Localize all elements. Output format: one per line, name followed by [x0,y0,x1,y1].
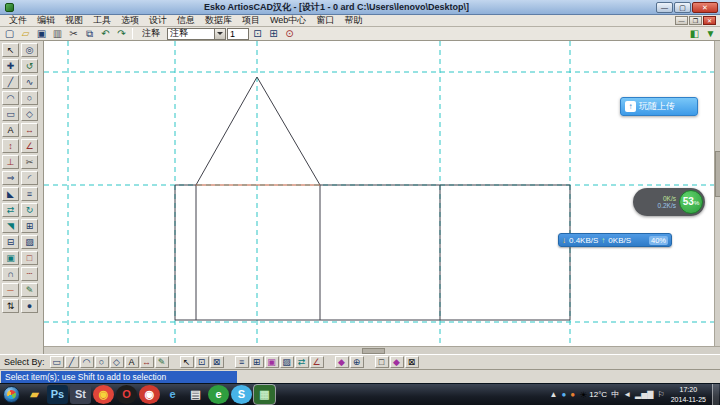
bridge-tool[interactable]: ∩ [2,267,19,281]
maximize-button[interactable]: ▢ [674,2,691,13]
grid-icon[interactable]: ⊞ [266,27,281,40]
print-icon[interactable]: ▥ [50,27,65,40]
menu-item[interactable]: 窗口 [311,14,339,27]
angle-dim-tool[interactable]: ∠ [21,139,38,153]
taskbar-artioscad[interactable]: ▦ [254,385,275,404]
titlebar[interactable]: Esko ArtiosCAD汉化 - [设计1 - 0 ard C:\Users… [0,0,720,15]
select-diamond[interactable]: ◆ [390,356,404,368]
menu-item[interactable]: 选项 [116,14,144,27]
output-icon[interactable]: ▼ [703,27,718,40]
scale-tool[interactable]: ◥ [2,219,19,233]
select-layer[interactable]: ≡ [235,356,249,368]
select-hatch[interactable]: ▨ [280,356,294,368]
rebuild-tool[interactable]: ↺ [21,59,38,73]
offset-tool[interactable]: ≡ [21,187,38,201]
hatch-tool[interactable]: ▨ [21,235,38,249]
line-tool[interactable]: ╱ [2,75,19,89]
measure-tool[interactable]: ⊥ [2,155,19,169]
chevron-down-icon[interactable] [214,29,225,39]
mdi-restore-button[interactable]: ❐ [689,16,702,25]
erase-tool[interactable]: □ [21,251,38,265]
drawing-canvas[interactable] [44,41,714,346]
tray-hidden-icons[interactable]: ▲ [550,391,558,399]
tray-app-orange[interactable]: ● [570,391,575,399]
new-icon[interactable]: ▢ [2,27,17,40]
tray-flag[interactable]: ⚐ [658,391,665,399]
rotate-tool[interactable]: ↻ [21,203,38,217]
select-by-annotation[interactable]: ✎ [155,356,169,368]
taskbar-opera[interactable]: O [116,385,137,404]
zoom-extents-icon[interactable]: ⊡ [250,27,265,40]
select-by-poly[interactable]: ◇ [110,356,124,368]
save-icon[interactable]: ▣ [34,27,49,40]
clock[interactable]: 17:20 2014-11-25 [669,385,708,404]
start-button[interactable] [0,384,22,405]
tray-network[interactable]: ▂▅▇ [635,391,653,399]
extend-tool[interactable]: ⇒ [2,171,19,185]
taskbar-ie[interactable]: e [162,385,183,404]
scale-field[interactable] [227,28,249,40]
annotation-layer-combo[interactable]: 注释 [167,28,226,40]
tray-volume[interactable]: ◄ [623,391,631,399]
horizontal-scrollbar[interactable] [44,346,720,354]
drawing-area[interactable]: ↑ 玩随上传 0K/s 0.2K/s 53 % ↓ 0.4KB/S ↑ 0KB/… [44,41,714,346]
select-by-arc[interactable]: ◠ [80,356,94,368]
tray-app-blue[interactable]: ● [562,391,567,399]
zoom-tool[interactable]: ◎ [21,43,38,57]
select-crossing[interactable]: ⊠ [210,356,224,368]
fillet-tool[interactable]: ◜ [21,171,38,185]
taskbar-explorer[interactable]: ▰ [24,385,45,404]
more-tools[interactable]: ● [21,299,38,313]
pan-tool[interactable]: ✚ [2,59,19,73]
taskbar-360[interactable]: ◉ [139,385,160,404]
copy-icon[interactable]: ⧉ [82,27,97,40]
text-tool[interactable]: A [2,123,19,137]
taskbar-photoshop[interactable]: Ps [47,385,68,404]
menu-item[interactable]: 项目 [237,14,265,27]
select-by-text[interactable]: A [125,356,139,368]
menu-item[interactable]: 数据库 [200,14,237,27]
layer-button[interactable]: 注释 [136,27,166,40]
properties-tool[interactable]: ✎ [21,283,38,297]
minimize-button[interactable]: — [656,2,673,13]
accelerator-overlay[interactable]: 0K/s 0.2K/s 53 % [633,188,705,216]
select-by-rect[interactable]: ▭ [50,356,64,368]
taskbar-chrome[interactable]: ◉ [93,385,114,404]
polyline-tool[interactable]: ∿ [21,75,38,89]
select-pointer[interactable]: ↖ [180,356,194,368]
upload-button[interactable]: ↑ 玩随上传 [620,97,698,116]
select-angle[interactable]: ∠ [310,356,324,368]
select-by-line[interactable]: ╱ [65,356,79,368]
cut-icon[interactable]: ✂ [66,27,81,40]
mdi-close-button[interactable]: ✕ [703,16,716,25]
select-designs[interactable]: ◆ [335,356,349,368]
close-button[interactable]: ✕ [692,2,718,13]
menu-item[interactable]: 工具 [88,14,116,27]
select-by-circle[interactable]: ○ [95,356,109,368]
taskbar-skype[interactable]: S [231,385,252,404]
3d-view-icon[interactable]: ◧ [687,27,702,40]
menu-item[interactable]: Web中心 [265,14,311,27]
snap-icon[interactable]: ⊙ [282,27,297,40]
taskbar-qq[interactable]: e [208,385,229,404]
select-by-dimension[interactable]: ↔ [140,356,154,368]
mdi-minimize-button[interactable]: — [675,16,688,25]
arc-tool[interactable]: ◠ [2,91,19,105]
palette-scroll[interactable]: ⇅ [2,299,19,313]
select-exclude[interactable]: ⊠ [405,356,419,368]
open-icon[interactable]: ▱ [18,27,33,40]
chamfer-tool[interactable]: ◣ [2,187,19,201]
rectangle-tool[interactable]: ▭ [2,107,19,121]
tray-ime[interactable]: 中 [611,391,619,399]
ungroup-tool[interactable]: ⊟ [2,235,19,249]
menu-item[interactable]: 信息 [172,14,200,27]
network-speed-bar[interactable]: ↓ 0.4KB/S ↑ 0KB/S 40% [558,233,672,247]
crease-tool[interactable]: ─ [2,283,19,297]
taskbar-notepad[interactable]: ▤ [185,385,206,404]
fill-tool[interactable]: ▣ [2,251,19,265]
dimension-h-tool[interactable]: ↔ [21,123,38,137]
select-fill[interactable]: ▣ [265,356,279,368]
menu-item[interactable]: 设计 [144,14,172,27]
menu-item[interactable]: 编辑 [32,14,60,27]
group-tool[interactable]: ⊞ [21,219,38,233]
